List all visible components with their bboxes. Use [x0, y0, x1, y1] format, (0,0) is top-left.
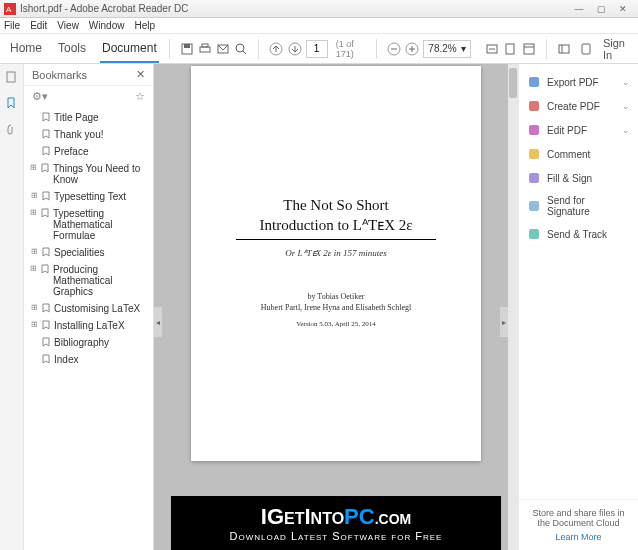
bookmark-item-icon [40, 264, 50, 274]
rightpanel-item[interactable]: Create PDF ⌄ [519, 94, 638, 118]
svg-rect-29 [529, 173, 539, 183]
topbar: Home Tools Document (1 of 171) 78.2% ▾ S… [0, 34, 638, 64]
scrollbar-thumb[interactable] [509, 68, 517, 98]
collapse-right-icon[interactable]: ▸ [500, 307, 508, 337]
zoom-out-icon[interactable] [387, 40, 401, 58]
zoom-select[interactable]: 78.2% ▾ [423, 40, 470, 58]
email-icon[interactable] [216, 40, 230, 58]
bookmark-item[interactable]: ⊞ Specialities [24, 244, 153, 261]
svg-rect-4 [200, 47, 210, 52]
nav-tools[interactable]: Tools [56, 35, 88, 63]
bookmark-item[interactable]: Preface [24, 143, 153, 160]
new-bookmark-icon[interactable]: ☆ [135, 90, 145, 103]
maximize-button[interactable]: ▢ [590, 2, 612, 16]
nav-document[interactable]: Document [100, 35, 159, 63]
view-mode-icon[interactable] [556, 40, 570, 58]
bookmark-item[interactable]: Bibliography [24, 334, 153, 351]
doc-title-2: Introduction to LᴬTᴇX 2ε [219, 216, 453, 236]
rightpanel-item[interactable]: Send for Signature [519, 190, 638, 222]
rightpanel-label: Edit PDF [547, 125, 587, 136]
bookmark-item[interactable]: ⊞ Things You Need to Know [24, 160, 153, 188]
bookmark-item[interactable]: ⊞ Customising LaTeX [24, 300, 153, 317]
zoom-in-icon[interactable] [405, 40, 419, 58]
bookmarks-panel: Bookmarks ✕ ⚙▾ ☆ Title Page Thank you! P… [24, 64, 154, 550]
page-up-icon[interactable] [269, 40, 283, 58]
expand-icon[interactable]: ⊞ [30, 264, 37, 273]
print-icon[interactable] [198, 40, 212, 58]
expand-icon[interactable]: ⊞ [30, 303, 38, 312]
save-icon[interactable] [180, 40, 194, 58]
menu-window[interactable]: Window [89, 20, 125, 31]
doc-title-1: The Not So Short [219, 196, 453, 216]
bookmark-item[interactable]: ⊞ Typesetting Text [24, 188, 153, 205]
menu-help[interactable]: Help [134, 20, 155, 31]
expand-icon[interactable]: ⊞ [30, 247, 38, 256]
bookmark-item[interactable]: Index [24, 351, 153, 368]
close-button[interactable]: ✕ [612, 2, 634, 16]
rightpanel-item[interactable]: Send & Track [519, 222, 638, 246]
expand-icon[interactable]: ⊞ [30, 163, 37, 172]
svg-rect-27 [529, 125, 539, 135]
attachment-icon[interactable] [4, 122, 20, 138]
search-icon[interactable] [234, 40, 248, 58]
left-nav-strip [0, 64, 24, 550]
rightpanel-label: Export PDF [547, 77, 599, 88]
bookmark-item-icon [41, 129, 51, 139]
bookmark-item[interactable]: ⊞ Installing LaTeX [24, 317, 153, 334]
svg-rect-30 [529, 201, 539, 211]
menu-view[interactable]: View [57, 20, 79, 31]
signin-link[interactable]: Sign In [603, 37, 630, 61]
rightpanel-label: Comment [547, 149, 590, 160]
svg-rect-5 [202, 44, 208, 47]
scrollbar[interactable] [508, 64, 518, 550]
doc-subtitle: Or LᴬTᴇX 2ε in 157 minutes [219, 248, 453, 258]
bookmark-icon[interactable] [4, 96, 20, 112]
rightpanel-item[interactable]: Export PDF ⌄ [519, 70, 638, 94]
rightpanel-item[interactable]: Edit PDF ⌄ [519, 118, 638, 142]
fit-width-icon[interactable] [485, 40, 499, 58]
nav-home[interactable]: Home [8, 35, 44, 63]
rightpanel-item[interactable]: Fill & Sign [519, 166, 638, 190]
menu-edit[interactable]: Edit [30, 20, 47, 31]
close-panel-icon[interactable]: ✕ [136, 68, 145, 81]
bookmark-item-icon [41, 320, 51, 330]
page-number-input[interactable] [306, 40, 328, 58]
banner-subtitle: Download Latest Software for Free [230, 530, 443, 542]
svg-rect-19 [524, 44, 534, 54]
expand-icon[interactable]: ⊞ [30, 208, 37, 217]
thumbnails-icon[interactable] [4, 70, 20, 86]
minimize-button[interactable]: — [568, 2, 590, 16]
reading-mode-icon[interactable] [521, 40, 535, 58]
learn-more-link[interactable]: Learn More [527, 532, 630, 542]
bookmark-item[interactable]: ⊞ Producing Mathematical Graphics [24, 261, 153, 300]
expand-icon[interactable]: ⊞ [30, 191, 38, 200]
bookmarks-options-icon[interactable]: ⚙▾ [32, 90, 48, 103]
bookmark-item[interactable]: Title Page [24, 109, 153, 126]
bookmark-item-icon [41, 354, 51, 364]
bookmarks-title: Bookmarks [32, 69, 87, 81]
svg-rect-23 [582, 44, 590, 54]
app-icon: A [4, 3, 16, 15]
page-total: (1 of 171) [336, 39, 366, 59]
bookmark-item[interactable]: ⊞ Typesetting Mathematical Formulae [24, 205, 153, 244]
chevron-down-icon: ⌄ [622, 101, 630, 111]
rightpanel-item[interactable]: Comment [519, 142, 638, 166]
svg-rect-31 [529, 229, 539, 239]
collapse-left-icon[interactable]: ◂ [154, 307, 162, 337]
doc-contributors: Hubert Partl, Irene Hyna and Elisabeth S… [219, 303, 453, 312]
chevron-down-icon: ⌄ [622, 77, 630, 87]
fit-page-icon[interactable] [503, 40, 517, 58]
tablet-icon[interactable] [579, 40, 593, 58]
expand-icon[interactable]: ⊞ [30, 320, 38, 329]
bookmark-item-icon [41, 303, 51, 313]
doc-author: by Tobias Oetiker [219, 292, 453, 301]
page-down-icon[interactable] [287, 40, 301, 58]
right-panel: Export PDF ⌄ Create PDF ⌄ Edit PDF ⌄ Com… [518, 64, 638, 550]
bookmark-item[interactable]: Thank you! [24, 126, 153, 143]
bookmark-label: Installing LaTeX [54, 320, 125, 331]
menu-file[interactable]: File [4, 20, 20, 31]
tool-icon [527, 147, 541, 161]
tool-icon [527, 171, 541, 185]
window-title: Ishort.pdf - Adobe Acrobat Reader DC [20, 3, 568, 14]
bookmark-label: Preface [54, 146, 88, 157]
